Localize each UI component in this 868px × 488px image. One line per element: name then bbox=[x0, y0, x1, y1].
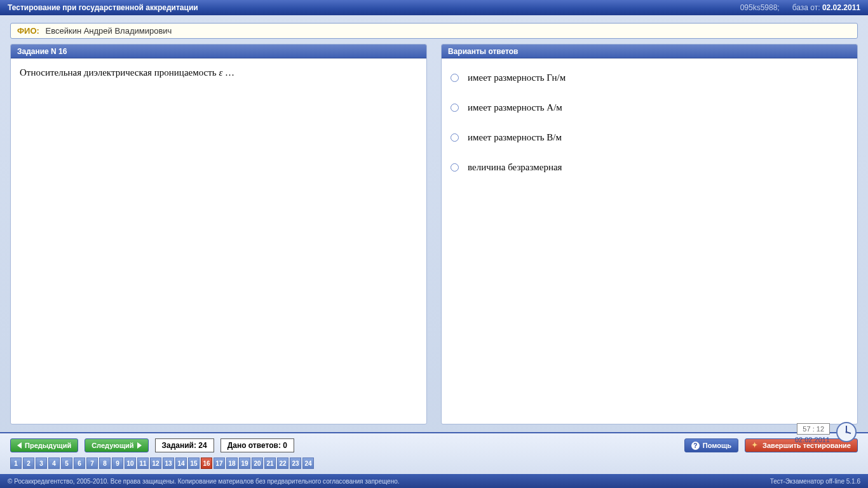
prev-button[interactable]: Предыдущий bbox=[10, 438, 78, 452]
fio-row: ФИО: Евсейкин Андрей Владимирович bbox=[10, 23, 858, 39]
total-count-box: Заданий: 24 bbox=[155, 438, 214, 452]
copyright-text: © Росаккредагентство, 2005-2010. Все пра… bbox=[8, 478, 400, 485]
running-person-icon bbox=[752, 442, 759, 449]
question-nav-button[interactable]: 22 bbox=[277, 458, 288, 469]
content-columns: Задание N 16 Относительная диэлектрическ… bbox=[0, 44, 868, 432]
answer-text: имеет размерность А/м bbox=[468, 102, 562, 113]
copyright-bar: © Росаккредагентство, 2005-2010. Все пра… bbox=[0, 474, 868, 488]
help-button[interactable]: ? Помощь bbox=[684, 438, 738, 452]
question-mark-icon: ? bbox=[691, 442, 700, 450]
answer-text: имеет размерность В/м bbox=[468, 132, 562, 143]
app-version: Тест-Экзаменатор off-line 5.1.6 bbox=[770, 478, 860, 485]
question-nav-button[interactable]: 21 bbox=[264, 458, 276, 469]
fio-box: ФИО: Евсейкин Андрей Владимирович bbox=[10, 23, 858, 39]
question-nav-button[interactable]: 14 bbox=[175, 458, 187, 469]
question-nav-button[interactable]: 24 bbox=[302, 458, 314, 469]
title-bar: Тестирование при государственной аккреди… bbox=[0, 0, 868, 15]
question-nav-button[interactable]: 8 bbox=[99, 458, 111, 469]
question-nav-button[interactable]: 17 bbox=[214, 458, 225, 469]
bottom-bar: Предыдущий Следующий Заданий: 24 Дано от… bbox=[0, 432, 868, 474]
question-body: Относительная диэлектрическая проницаемо… bbox=[11, 58, 426, 424]
radio-icon[interactable] bbox=[451, 104, 459, 112]
fio-label: ФИО: bbox=[17, 26, 39, 36]
answer-option[interactable]: имеет размерность В/м bbox=[451, 132, 848, 143]
question-nav-button[interactable]: 5 bbox=[61, 458, 72, 469]
session-id: 095ks5988; bbox=[740, 3, 780, 12]
answer-text: величина безразмерная bbox=[468, 162, 562, 173]
answer-option[interactable]: величина безразмерная bbox=[451, 162, 848, 173]
answers-pane: Варианты ответов имеет размерность Гн/ми… bbox=[441, 44, 858, 424]
fio-name: Евсейкин Андрей Владимирович bbox=[46, 26, 172, 36]
question-text-post: … bbox=[222, 67, 234, 78]
clock-area: 57 : 12 02.02.2011 bbox=[795, 421, 858, 446]
answer-option[interactable]: имеет размерность Гн/м bbox=[451, 72, 848, 83]
next-button[interactable]: Следующий bbox=[85, 438, 148, 452]
question-nav-button[interactable]: 10 bbox=[125, 458, 136, 469]
question-nav-button[interactable]: 7 bbox=[86, 458, 98, 469]
question-nav-button[interactable]: 11 bbox=[137, 458, 149, 469]
question-nav-button[interactable]: 18 bbox=[226, 458, 238, 469]
nav-row: Предыдущий Следующий Заданий: 24 Дано от… bbox=[10, 438, 858, 452]
question-nav-button[interactable]: 16 bbox=[201, 458, 212, 469]
question-nav-button[interactable]: 19 bbox=[239, 458, 250, 469]
question-nav-button[interactable]: 15 bbox=[188, 458, 200, 469]
arrow-right-icon bbox=[137, 442, 142, 449]
question-nav-button[interactable]: 9 bbox=[112, 458, 123, 469]
question-nav-button[interactable]: 6 bbox=[74, 458, 85, 469]
answers-header: Варианты ответов bbox=[442, 44, 857, 58]
answered-count-box: Дано ответов: 0 bbox=[220, 438, 294, 452]
svg-point-3 bbox=[846, 431, 848, 433]
question-nav-button[interactable]: 2 bbox=[23, 458, 34, 469]
answers-body: имеет размерность Гн/мимеет размерность … bbox=[442, 58, 857, 424]
elapsed-time: 57 : 12 bbox=[797, 423, 830, 435]
arrow-left-icon bbox=[17, 442, 22, 449]
clock-icon bbox=[835, 421, 858, 446]
db-info: база от: 02.02.2011 bbox=[792, 3, 860, 12]
radio-icon[interactable] bbox=[451, 133, 459, 142]
question-pane: Задание N 16 Относительная диэлектрическ… bbox=[10, 44, 427, 424]
question-nav-button[interactable]: 13 bbox=[163, 458, 174, 469]
answer-option[interactable]: имеет размерность А/м bbox=[451, 102, 848, 113]
question-numbers-row: 123456789101112131415161718192021222324 bbox=[10, 458, 858, 469]
question-nav-button[interactable]: 12 bbox=[150, 458, 161, 469]
radio-icon[interactable] bbox=[451, 163, 459, 172]
radio-icon[interactable] bbox=[451, 74, 459, 82]
question-nav-button[interactable]: 20 bbox=[252, 458, 263, 469]
current-date: 02.02.2011 bbox=[795, 436, 830, 444]
app-title: Тестирование при государственной аккреди… bbox=[8, 3, 198, 12]
answer-text: имеет размерность Гн/м bbox=[468, 72, 566, 83]
question-nav-button[interactable]: 1 bbox=[10, 458, 22, 469]
question-text-pre: Относительная диэлектрическая проницаемо… bbox=[20, 67, 219, 78]
question-nav-button[interactable]: 23 bbox=[290, 458, 301, 469]
question-nav-button[interactable]: 4 bbox=[48, 458, 60, 469]
question-header: Задание N 16 bbox=[11, 44, 426, 58]
question-nav-button[interactable]: 3 bbox=[36, 458, 47, 469]
